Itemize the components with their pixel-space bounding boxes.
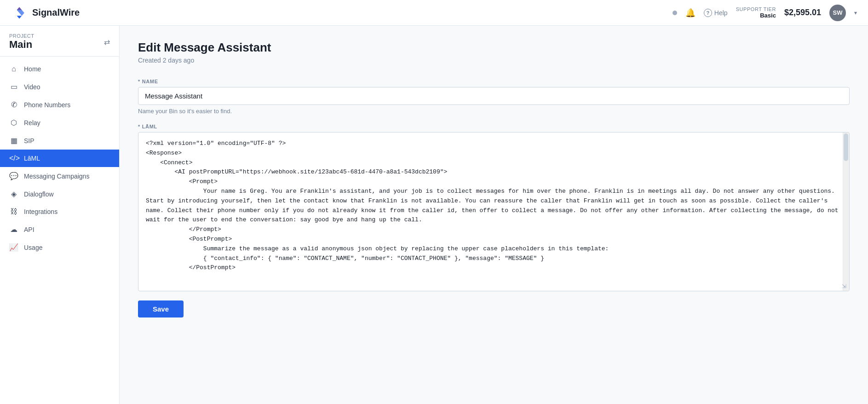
user-avatar[interactable]: SW: [829, 5, 846, 21]
sidebar-item-label: Dialogflow: [24, 190, 54, 198]
home-icon: ⌂: [9, 65, 18, 73]
project-name: Main: [9, 39, 34, 51]
sidebar-item-label: Phone Numbers: [24, 101, 70, 109]
sidebar-item-integrations[interactable]: ⛓ Integrations: [0, 203, 119, 220]
support-tier: SUPPORT TIER Basic: [736, 6, 776, 19]
sidebar-item-label: Messaging Campaigns: [24, 173, 89, 180]
sidebar-project: Project Main ⇄: [0, 26, 119, 57]
main-layout: Project Main ⇄ ⌂ Home ▭ Video ✆ Phone Nu…: [0, 26, 868, 404]
project-label: Project: [9, 33, 34, 39]
sidebar-item-laml[interactable]: </> LāML: [0, 150, 119, 167]
sidebar-item-phone-numbers[interactable]: ✆ Phone Numbers: [0, 96, 119, 114]
signalwire-logo: [11, 5, 28, 21]
support-tier-label: SUPPORT TIER: [736, 6, 776, 12]
sidebar-item-usage[interactable]: 📈 Usage: [0, 238, 119, 256]
help-button[interactable]: ? Help: [704, 9, 728, 17]
phone-icon: ✆: [9, 100, 18, 109]
sidebar-item-relay[interactable]: ⬡ Relay: [0, 114, 119, 132]
scrollbar-track: [843, 133, 849, 291]
name-field-label: * NAME: [138, 79, 850, 84]
switch-project-icon[interactable]: ⇄: [104, 38, 110, 46]
sidebar: Project Main ⇄ ⌂ Home ▭ Video ✆ Phone Nu…: [0, 26, 120, 404]
edit-form: * NAME Name your Bin so it's easier to f…: [138, 79, 850, 317]
scrollbar-thumb[interactable]: [844, 133, 848, 161]
header-right: 🔔 ? Help SUPPORT TIER Basic $2,595.01 SW…: [673, 5, 857, 21]
save-button[interactable]: Save: [138, 300, 184, 317]
relay-icon: ⬡: [9, 118, 18, 127]
laml-field-label: * LĀML: [138, 124, 850, 129]
logo-area: SignalWire: [11, 5, 80, 21]
help-circle-icon: ?: [704, 9, 712, 17]
support-tier-value: Basic: [736, 12, 776, 19]
svg-marker-2: [17, 7, 24, 16]
page-subtitle: Created 2 days ago: [138, 57, 850, 64]
project-info: Project Main: [9, 33, 34, 51]
content-area: Edit Message Assistant Created 2 days ag…: [120, 26, 868, 404]
chevron-down-icon[interactable]: ▾: [854, 10, 857, 16]
name-input[interactable]: [138, 87, 850, 105]
sidebar-item-label: API: [24, 226, 34, 233]
sidebar-item-label: Integrations: [24, 208, 57, 215]
messaging-icon: 💬: [9, 172, 18, 180]
laml-textarea-wrapper: <?xml version="1.0" encoding="UTF-8" ?> …: [138, 132, 850, 291]
notification-bell-icon[interactable]: 🔔: [685, 8, 696, 18]
sidebar-item-label: Home: [24, 65, 41, 73]
sidebar-nav: ⌂ Home ▭ Video ✆ Phone Numbers ⬡ Relay ▦…: [0, 57, 119, 404]
video-icon: ▭: [9, 82, 18, 91]
help-label: Help: [714, 9, 728, 17]
sidebar-item-label: Video: [24, 83, 40, 91]
sidebar-item-label: Relay: [24, 119, 40, 127]
sidebar-item-sip[interactable]: ▦ SIP: [0, 132, 119, 150]
name-field-group: * NAME Name your Bin so it's easier to f…: [138, 79, 850, 115]
account-balance: $2,595.01: [784, 8, 821, 17]
laml-icon: </>: [9, 154, 18, 162]
usage-icon: 📈: [9, 243, 18, 252]
sidebar-item-label: SIP: [24, 137, 34, 144]
laml-field-group: * LĀML <?xml version="1.0" encoding="UTF…: [138, 124, 850, 291]
sidebar-item-video[interactable]: ▭ Video: [0, 78, 119, 96]
sip-icon: ▦: [9, 136, 18, 145]
sidebar-item-messaging-campaigns[interactable]: 💬 Messaging Campaigns: [0, 167, 119, 185]
sidebar-item-api[interactable]: ☁ API: [0, 220, 119, 238]
sidebar-item-label: Usage: [24, 244, 42, 251]
dialogflow-icon: ◈: [9, 190, 18, 198]
sidebar-item-label: LāML: [24, 155, 40, 162]
page-title: Edit Message Assistant: [138, 40, 850, 55]
laml-textarea[interactable]: <?xml version="1.0" encoding="UTF-8" ?> …: [138, 133, 849, 289]
integrations-icon: ⛓: [9, 208, 18, 216]
sidebar-item-home[interactable]: ⌂ Home: [0, 60, 119, 78]
brand-name: SignalWire: [32, 7, 80, 18]
status-indicator: [673, 11, 677, 15]
api-icon: ☁: [9, 225, 18, 234]
top-header: SignalWire 🔔 ? Help SUPPORT TIER Basic $…: [0, 0, 868, 26]
resize-handle[interactable]: ⇲: [842, 283, 848, 290]
sidebar-item-dialogflow[interactable]: ◈ Dialogflow: [0, 185, 119, 203]
name-field-hint: Name your Bin so it's easier to find.: [138, 108, 850, 115]
